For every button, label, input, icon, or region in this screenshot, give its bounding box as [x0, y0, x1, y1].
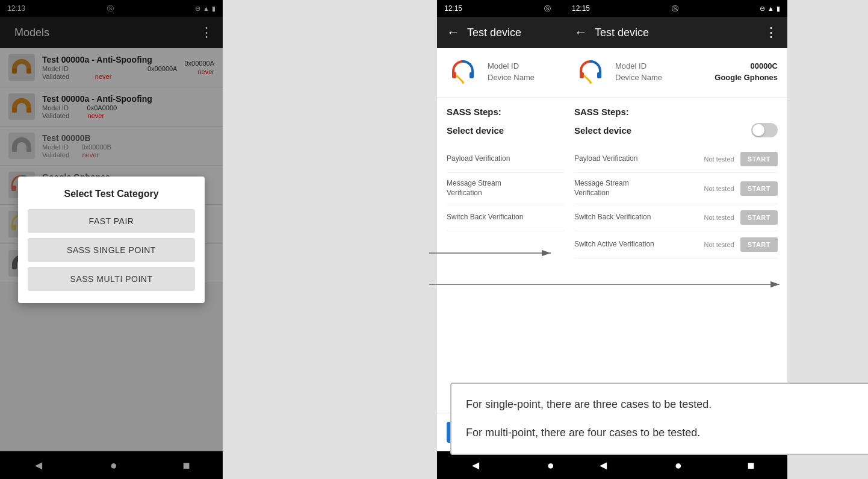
home-nav-3[interactable]: ● [675, 459, 682, 472]
modal-overlay: Select Test Category FAST PAIR SASS SING… [0, 0, 223, 479]
test-status-3-0: Not tested [693, 155, 734, 163]
test-status-3-3: Not tested [693, 241, 734, 248]
sass-single-point-btn[interactable]: SASS SINGLE POINT [28, 238, 195, 262]
phone-screen-1: 12:13 Ⓢ ⊖ ▲ ▮ Models ⋮ Test 00000a - Ant… [0, 0, 223, 479]
status-icons-3: ⊖ ▲ ▮ [760, 5, 780, 13]
wifi-icon-3: ▲ [767, 5, 774, 12]
svg-rect-16 [580, 72, 584, 78]
device-icon-2 [447, 57, 479, 89]
test-label-2-1: Message StreamVerification [447, 179, 566, 198]
start-btn-3-0[interactable]: START [740, 152, 778, 166]
info-box: For single-point, there are three cases … [450, 383, 868, 455]
back-btn-3[interactable]: ← [574, 25, 587, 40]
svg-line-18 [584, 75, 591, 82]
start-btn-3-1[interactable]: START [740, 181, 778, 196]
svg-rect-17 [597, 72, 601, 78]
test-row-3-1: Message StreamVerification Not tested ST… [574, 173, 778, 204]
info-box-container: For single-point, there are three cases … [450, 383, 868, 455]
modal-title: Select Test Category [28, 189, 195, 199]
test-label-3-1: Message StreamVerification [574, 179, 693, 198]
test-label-3-3: Switch Active Verification [574, 240, 693, 249]
svg-point-15 [462, 81, 464, 84]
test-status-3-1: Not tested [693, 185, 734, 192]
device-logo-2 [447, 57, 479, 89]
toggle-3[interactable] [751, 123, 778, 137]
sass-title-3: SASS Steps: [574, 107, 778, 117]
info-text-1: For single-point, there are three cases … [466, 396, 868, 413]
app-title-3: Test device [595, 27, 764, 39]
status-bar-3: 12:15 Ⓢ ⊖ ▲ ▮ [565, 0, 787, 17]
fast-pair-btn[interactable]: FAST PAIR [28, 209, 195, 233]
svg-rect-13 [470, 72, 474, 78]
sass-multi-point-btn[interactable]: SASS MULTI POINT [28, 267, 195, 291]
info-text-2: For multi-point, there are four cases to… [466, 424, 868, 442]
svg-point-19 [589, 81, 592, 84]
time-2: 12:15 [444, 4, 462, 13]
app-bar-3: ← Test device ⋮ [565, 17, 787, 48]
test-row-3-0: Payload Verification Not tested START [574, 146, 778, 173]
device-logo-3 [574, 57, 607, 89]
test-status-3-2: Not tested [693, 214, 734, 221]
modal-box: Select Test Category FAST PAIR SASS SING… [18, 177, 205, 303]
device-info-card-3: Model ID 00000C Device Name Google Gphon… [565, 48, 787, 98]
sim-icon-3: Ⓢ [672, 4, 678, 13]
sim-icon-2: Ⓢ [544, 4, 551, 13]
device-icon-3 [574, 57, 607, 89]
start-btn-3-2[interactable]: START [740, 210, 778, 225]
time-3: 12:15 [572, 4, 590, 13]
test-row-3-3: Switch Active Verification Not tested ST… [574, 231, 778, 258]
home-nav-2[interactable]: ● [547, 459, 554, 472]
middle-section: 12:15 Ⓢ ⊖ ▲ ▮ ← Test device ⋮ [223, 0, 868, 479]
back-nav-3[interactable]: ◄ [597, 459, 609, 472]
recent-nav-3[interactable]: ■ [748, 459, 755, 472]
device-info-rows-3: Model ID 00000C Device Name Google Gphon… [615, 61, 778, 84]
device-name-row-3: Device Name Google Gphones [615, 73, 778, 82]
select-device-label-2: Select device [447, 125, 504, 136]
bottom-nav-3: ◄ ● ■ [565, 451, 787, 479]
start-btn-3-3[interactable]: START [740, 237, 778, 252]
test-label-2-2: Switch Back Verification [447, 213, 566, 222]
toggle-knob-3 [752, 124, 764, 136]
test-label-3-2: Switch Back Verification [574, 213, 693, 222]
menu-icon-3[interactable]: ⋮ [764, 25, 778, 40]
model-id-row-3: Model ID 00000C [615, 61, 778, 70]
test-row-3-2: Switch Back Verification Not tested STAR… [574, 204, 778, 231]
battery-icon-3: ▮ [777, 5, 780, 13]
back-nav-2[interactable]: ◄ [470, 459, 482, 472]
sass-section-3: SASS Steps: Select device Payload Verifi… [565, 98, 787, 413]
test-label-2-0: Payload Verification [447, 154, 566, 164]
svg-rect-12 [452, 72, 456, 78]
test-label-3-0: Payload Verification [574, 154, 693, 164]
select-device-label-3: Select device [574, 125, 631, 136]
back-btn-2[interactable]: ← [447, 25, 460, 40]
select-device-row-3: Select device [574, 123, 778, 137]
svg-line-14 [456, 75, 463, 82]
signal-icon-3: ⊖ [760, 5, 765, 13]
